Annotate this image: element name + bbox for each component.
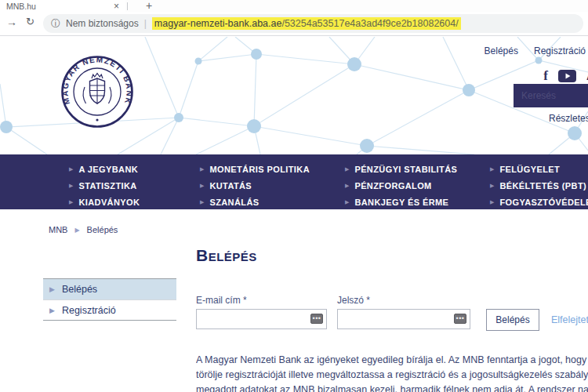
nav-item-statisztika[interactable]: ▶STATISZTIKA — [69, 179, 200, 193]
password-label: Jelszó * — [337, 295, 370, 306]
nav-arrow-icon: ▶ — [345, 183, 349, 189]
email-field[interactable] — [196, 309, 327, 329]
social-icons: f Ä — [543, 68, 588, 84]
browser-window: MNB.hu × + → ↻ ⓘ Nem biztonságos | magya… — [0, 0, 588, 392]
header-login-link[interactable]: Belépés — [485, 45, 518, 56]
reload-icon[interactable]: ↻ — [26, 16, 34, 27]
nav-item-kutatas[interactable]: ▶KUTATÁS — [200, 179, 345, 193]
password-field[interactable] — [337, 309, 470, 329]
nav-item-penzugyi-stabilitas[interactable]: ▶PÉNZÜGYI STABILITÁS — [345, 162, 490, 176]
new-tab-button[interactable]: + — [146, 0, 152, 12]
search-input[interactable] — [521, 90, 588, 101]
mnb-logo[interactable]: MAGYAR NEMZETI BANK — [60, 54, 135, 129]
side-arrow-icon: ▶ — [49, 307, 55, 314]
page-title: Belépés — [196, 246, 257, 265]
legal-text: A Magyar Nemzeti Bank az igényeket egyed… — [196, 353, 588, 392]
tab-title: MNB.hu — [6, 2, 114, 11]
header-register-link[interactable]: Regisztráció — [534, 45, 586, 56]
nav-arrow-icon: ▶ — [345, 199, 349, 205]
url-path: /53254a53517e4a3ad4f9ce2b18082604/ — [281, 18, 458, 29]
nav-arrow-icon: ▶ — [345, 166, 349, 172]
nav-item-jegybank[interactable]: ▶A JEGYBANK — [69, 162, 200, 176]
forward-icon[interactable]: → — [6, 16, 17, 28]
highlighted-url[interactable]: magyar-nemzeti-bank.aba.ae/53254a53517e4… — [152, 17, 461, 30]
legal-line: megadott adatokat az MNB bizalmasan keze… — [196, 383, 588, 392]
side-arrow-icon: ▶ — [49, 285, 55, 293]
autofill-icon[interactable]: ••• — [310, 314, 323, 324]
security-warning: Nem biztonságos — [66, 18, 139, 29]
nav-arrow-icon: ▶ — [200, 166, 204, 172]
nav-item-kiadvanyok[interactable]: ▶KIADVÁNYOK — [69, 195, 200, 209]
tab-separator — [127, 2, 128, 10]
address-bar[interactable]: ⓘ Nem biztonságos | magyar-nemzeti-bank.… — [43, 14, 583, 33]
nav-arrow-icon: ▶ — [200, 199, 204, 205]
autofill-icon[interactable]: ••• — [454, 314, 466, 324]
omnibox-separator: | — [144, 18, 147, 29]
tab-strip: MNB.hu × + — [0, 0, 588, 12]
info-icon[interactable]: ⓘ — [51, 17, 60, 31]
header-links: Belépés Regisztráció — [485, 45, 586, 56]
breadcrumb: MNB ▶ Belépés — [49, 225, 118, 234]
facebook-icon[interactable]: f — [543, 68, 548, 84]
search-box — [514, 84, 588, 107]
nav-arrow-icon: ▶ — [490, 199, 494, 205]
legal-line: A Magyar Nemzeti Bank az igényeket egyed… — [196, 353, 588, 368]
sidebar: ▶ Belépés ▶ Regisztráció — [43, 278, 176, 321]
sidebar-item-belepes[interactable]: ▶ Belépés — [43, 279, 176, 299]
youtube-icon[interactable] — [558, 70, 576, 82]
password-field-wrapper: ••• — [337, 309, 470, 329]
site-header: MAGYAR NEMZETI BANK Belépés Regisztráció… — [0, 37, 588, 154]
nav-item-bekeltetes[interactable]: ▶BÉKÉLTETÉS (PBT) — [490, 179, 588, 193]
nav-item-penzforgalom[interactable]: ▶PÉNZFORGALOM — [345, 179, 490, 193]
nav-arrow-icon: ▶ — [69, 199, 73, 205]
nav-item-szanalas[interactable]: ▶SZANÁLÁS — [200, 195, 345, 209]
close-tab-icon[interactable]: × — [114, 1, 119, 12]
breadcrumb-home[interactable]: MNB — [49, 225, 67, 234]
nav-arrow-icon: ▶ — [490, 166, 494, 172]
nav-item-fogyasztovedelem[interactable]: ▶FOGYASZTÓVÉDELEM — [490, 195, 588, 209]
nav-item-monetaris-politika[interactable]: ▶MONETÁRIS POLITIKA — [200, 162, 345, 176]
url-domain: magyar-nemzeti-bank.aba.ae — [154, 18, 282, 29]
nav-item-bankjegy-es-erme[interactable]: ▶BANKJEGY ÉS ÉRME — [345, 195, 490, 209]
sidebar-item-regisztracio[interactable]: ▶ Regisztráció — [43, 299, 176, 320]
sidebar-item-label: Belépés — [62, 284, 97, 295]
breadcrumb-arrow-icon: ▶ — [74, 227, 79, 234]
nav-arrow-icon: ▶ — [69, 183, 73, 189]
legal-line: törölje regisztrációját illetve megválto… — [196, 368, 588, 383]
nav-arrow-icon: ▶ — [69, 166, 73, 172]
detailed-search-link[interactable]: Részletes — [549, 113, 588, 124]
sidebar-item-label: Regisztráció — [62, 305, 116, 316]
email-label: E-mail cím * — [196, 295, 247, 306]
email-field-wrapper: ••• — [196, 309, 327, 329]
forgot-password-link[interactable]: Elfelejtette — [551, 314, 588, 325]
main-navigation: ▶A JEGYBANK ▶STATISZTIKA ▶KIADVÁNYOK ▶MO… — [0, 154, 588, 209]
breadcrumb-current: Belépés — [87, 225, 118, 234]
nav-item-felugyelet[interactable]: ▶FELÜGYELET — [490, 162, 588, 176]
nav-arrow-icon: ▶ — [200, 183, 204, 189]
browser-tab[interactable]: MNB.hu × — [0, 0, 125, 12]
address-bar-row: → ↻ ⓘ Nem biztonságos | magyar-nemzeti-b… — [0, 12, 588, 36]
login-button[interactable]: Belépés — [486, 309, 539, 331]
nav-arrow-icon: ▶ — [490, 183, 494, 189]
